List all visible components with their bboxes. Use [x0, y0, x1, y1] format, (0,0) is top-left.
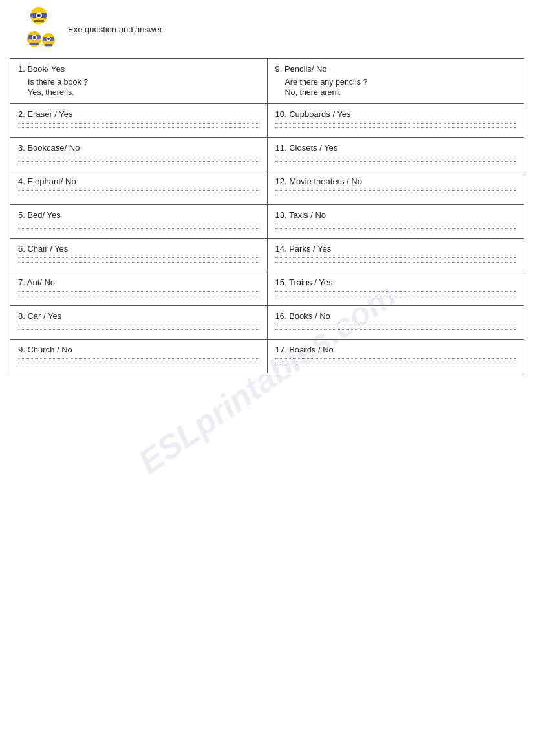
svg-point-18: [48, 38, 49, 39]
svg-rect-20: [45, 44, 52, 46]
cell-left-1: 3. Bookcase/ No: [10, 138, 268, 171]
cell-left-6: 8. Car / Yes: [10, 306, 268, 340]
worksheet-table: 1. Book/ Yes Is there a book ? Yes, ther…: [10, 58, 524, 373]
dotted-line: [275, 195, 517, 195]
dotted-line: [275, 228, 517, 229]
title-suffix: e question and answer: [78, 25, 162, 34]
dotted-line: [18, 190, 259, 191]
svg-point-4: [38, 15, 40, 17]
item-title: 8. Car / Yes: [18, 311, 259, 321]
cell-left-2: 4. Elephant/ No: [10, 171, 268, 205]
cell-right-6: 16. Books / No: [267, 306, 524, 340]
dotted-line: [275, 161, 517, 162]
example-left-title: 1. Book/ Yes: [18, 64, 259, 74]
item-title: 14. Parks / Yes: [275, 244, 517, 254]
item-title: 10. Cupboards / Yes: [275, 109, 517, 119]
cell-left-0: 2. Eraser / Yes: [10, 104, 268, 138]
dotted-line: [18, 224, 259, 224]
item-title: 11. Closets / Yes: [275, 143, 517, 153]
dotted-line: [18, 325, 259, 325]
dotted-line: [275, 329, 517, 330]
table-row: 7. Ant/ No15. Trains / Yes: [10, 272, 524, 306]
example-right: 9. Pencils/ No Are there any pencils ? N…: [267, 59, 524, 104]
table-row: 2. Eraser / Yes10. Cupboards / Yes: [10, 104, 524, 138]
item-title: 13. Taxis / No: [275, 210, 517, 220]
cell-right-0: 10. Cupboards / Yes: [267, 104, 524, 138]
dotted-line: [275, 325, 517, 325]
table-row: 4. Elephant/ No12. Movie theaters / No: [10, 171, 524, 205]
cell-right-7: 17. Boards / No: [267, 340, 524, 373]
svg-rect-13: [30, 43, 39, 45]
table-row: 9. Church / No17. Boards / No: [10, 340, 524, 373]
cell-left-7: 9. Church / No: [10, 340, 268, 373]
dotted-line: [18, 127, 259, 128]
example-right-line1: Are there any pencils ?: [275, 78, 517, 87]
dotted-line: [18, 161, 259, 162]
svg-point-11: [34, 37, 35, 38]
cell-left-5: 7. Ant/ No: [10, 272, 268, 306]
item-title: 15. Trains / Yes: [275, 277, 517, 287]
dotted-line: [275, 257, 517, 258]
dotted-line: [275, 127, 517, 128]
cell-right-3: 13. Taxis / No: [267, 205, 524, 239]
item-title: 6. Chair / Yes: [18, 244, 259, 254]
dotted-line: [18, 358, 259, 359]
cell-left-3: 5. Bed/ Yes: [10, 205, 268, 239]
dotted-line: [18, 296, 259, 296]
table-row: 6. Chair / Yes14. Parks / Yes: [10, 239, 524, 272]
dotted-line: [275, 363, 517, 363]
svg-rect-6: [34, 20, 44, 22]
dotted-line: [18, 123, 259, 124]
dotted-line: [18, 257, 259, 258]
dotted-line: [275, 157, 517, 157]
cell-right-4: 14. Parks / Yes: [267, 239, 524, 272]
example-right-line2: No, there aren't: [275, 88, 517, 97]
header-title: Exe question and answer: [68, 25, 162, 34]
example-right-title: 9. Pencils/ No: [275, 64, 517, 74]
cell-right-1: 11. Closets / Yes: [267, 138, 524, 171]
table-row: 8. Car / Yes16. Books / No: [10, 306, 524, 340]
dotted-line: [18, 363, 259, 363]
table-row: 3. Bookcase/ No11. Closets / Yes: [10, 138, 524, 171]
item-title: 4. Elephant/ No: [18, 177, 259, 186]
item-title: 17. Boards / No: [275, 345, 517, 354]
dotted-line: [18, 157, 259, 157]
header: Exe question and answer: [10, 6, 524, 52]
item-title: 12. Movie theaters / No: [275, 177, 517, 186]
item-title: 5. Bed/ Yes: [18, 210, 259, 220]
item-title: 16. Books / No: [275, 311, 517, 321]
dotted-line: [18, 329, 259, 330]
example-row: 1. Book/ Yes Is there a book ? Yes, ther…: [10, 59, 524, 104]
dotted-line: [275, 358, 517, 359]
example-left-line2: Yes, there is.: [18, 88, 259, 97]
dotted-line: [275, 291, 517, 292]
example-left: 1. Book/ Yes Is there a book ? Yes, ther…: [10, 59, 268, 104]
dotted-line: [18, 291, 259, 292]
dotted-line: [275, 224, 517, 224]
item-title: 9. Church / No: [18, 345, 259, 354]
title-prefix: Ex: [68, 25, 78, 34]
example-left-line1: Is there a book ?: [18, 78, 259, 87]
table-row: 5. Bed/ Yes13. Taxis / No: [10, 205, 524, 239]
dotted-line: [18, 228, 259, 229]
cell-right-5: 15. Trains / Yes: [267, 272, 524, 306]
dotted-line: [275, 190, 517, 191]
item-title: 3. Bookcase/ No: [18, 143, 259, 153]
cell-right-2: 12. Movie theaters / No: [267, 171, 524, 205]
dotted-line: [18, 262, 259, 263]
dotted-line: [275, 123, 517, 124]
item-title: 7. Ant/ No: [18, 277, 259, 287]
cell-left-4: 6. Chair / Yes: [10, 239, 268, 272]
minion-icon: [16, 6, 61, 52]
item-title: 2. Eraser / Yes: [18, 109, 259, 119]
dotted-line: [275, 262, 517, 263]
dotted-line: [275, 296, 517, 296]
dotted-line: [18, 195, 259, 195]
